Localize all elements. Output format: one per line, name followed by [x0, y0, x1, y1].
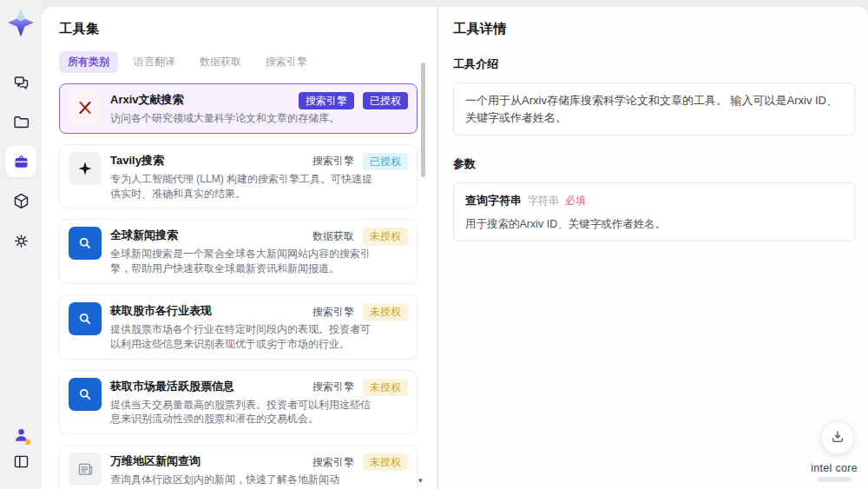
tool-category-badge: 搜索引擎: [312, 154, 354, 169]
detail-title: 工具详情: [453, 21, 855, 37]
sidebar-item-chat[interactable]: [5, 67, 36, 98]
tool-auth-badge: 已授权: [363, 153, 408, 170]
tool-description: 专为人工智能代理 (LLM) 构建的搜索引擎工具。可快速提供实时、准确和真实的结…: [110, 172, 372, 202]
app-logo-icon[interactable]: [8, 7, 34, 38]
avatar-status-dot: [25, 439, 30, 445]
download-button[interactable]: [821, 421, 854, 454]
gear-icon: [12, 232, 30, 250]
category-tab[interactable]: 语言翻译: [125, 51, 184, 73]
param-required-flag: 必填: [565, 193, 586, 208]
tool-auth-badge: 未授权: [363, 379, 408, 396]
params-heading: 参数: [453, 156, 855, 172]
tool-card[interactable]: Arxiv文献搜索 访问各个研究领域大量科学论文和文章的存储库。 搜索引擎 已授…: [59, 83, 418, 134]
tool-description: 查询具体行政区划内的新闻，快速了解各地新闻动: [110, 472, 372, 487]
newspaper-icon: [69, 453, 102, 486]
tool-badges: 搜索引擎 未授权: [312, 379, 408, 396]
tool-description: 提供股票市场各个行业在特定时间段内的表现。投资者可以利用这些信息来识别表现优于或…: [110, 322, 372, 352]
tool-auth-badge: 已授权: [363, 92, 408, 109]
category-tab[interactable]: 所有类别: [59, 51, 118, 73]
param-description: 用于搜索的Arxiv ID、关键字或作者姓名。: [465, 216, 843, 233]
param-card: 查询字符串 字符串 必填 用于搜索的Arxiv ID、关键字或作者姓名。: [453, 182, 855, 241]
page-title: 工具集: [59, 21, 437, 37]
folder-icon: [12, 113, 30, 131]
category-tab[interactable]: 搜索引擎: [257, 51, 316, 73]
sidebar-item-tools[interactable]: [5, 146, 36, 177]
tool-list: Arxiv文献搜索 访问各个研究领域大量科学论文和文章的存储库。 搜索引擎 已授…: [59, 83, 418, 489]
toolbox-icon: [12, 153, 30, 171]
tool-auth-badge: 未授权: [363, 303, 408, 320]
app-window: 工具集 所有类别 语言翻译 数据获取 搜索引擎 Arxiv文献搜索 访问各个研究…: [0, 0, 868, 489]
param-type: 字符串: [528, 193, 559, 208]
tool-detail-panel: 工具详情 工具介绍 一个用于从Arxiv存储库搜索科学论文和文章的工具。 输入可…: [437, 7, 868, 489]
intro-heading: 工具介绍: [453, 56, 855, 72]
category-tab[interactable]: 数据获取: [191, 51, 250, 73]
brand-text: intel core: [811, 462, 858, 474]
tool-auth-badge: 未授权: [363, 453, 408, 471]
sidebar-item-collapse[interactable]: [5, 446, 36, 477]
intro-text-box: 一个用于从Arxiv存储库搜索科学论文和文章的工具。 输入可以是Arxiv ID…: [453, 83, 855, 135]
arxiv-icon: [69, 91, 102, 124]
tool-card[interactable]: 万维地区新闻查询 查询具体行政区划内的新闻，快速了解各地新闻动 搜索引擎 未授权: [59, 445, 418, 489]
category-tabs: 所有类别 语言翻译 数据获取 搜索引擎: [59, 51, 437, 73]
tool-badges: 搜索引擎 已授权: [312, 153, 408, 170]
panel-toggle-icon: [12, 453, 30, 471]
tool-card[interactable]: Tavily搜索 专为人工智能代理 (LLM) 构建的搜索引擎工具。可快速提供实…: [59, 144, 418, 209]
tool-category-badge: 搜索引擎: [299, 92, 354, 109]
tools-panel: 工具集 所有类别 语言翻译 数据获取 搜索引擎 Arxiv文献搜索 访问各个研究…: [42, 7, 437, 489]
magnifier-icon: [69, 302, 102, 335]
param-header: 查询字符串 字符串 必填: [465, 192, 843, 209]
download-icon: [830, 429, 845, 447]
tool-badges: 数据获取 未授权: [312, 228, 408, 245]
tool-category-badge: 搜索引擎: [312, 380, 354, 394]
tool-badges: 搜索引擎 已授权: [299, 92, 408, 109]
sidebar-item-settings[interactable]: [5, 225, 36, 256]
tool-badges: 搜索引擎 未授权: [312, 303, 408, 320]
sidebar-item-plugins[interactable]: [5, 185, 36, 216]
scrollbar-thumb[interactable]: [421, 63, 425, 177]
tool-auth-badge: 未授权: [363, 228, 408, 245]
tool-category-badge: 搜索引擎: [312, 455, 354, 470]
brand-subtext-blur: [818, 477, 851, 482]
intel-core-logo: intel core: [811, 462, 858, 482]
star-icon: [69, 152, 102, 185]
tool-description: 全球新闻搜索是一个聚合全球各大新闻网站内容的搜索引擎，帮助用户快速获取全球最新资…: [110, 247, 372, 276]
tool-card[interactable]: 获取股市各行业表现 提供股票市场各个行业在特定时间段内的表现。投资者可以利用这些…: [59, 294, 418, 360]
magnifier-icon: [69, 227, 102, 260]
tool-category-badge: 数据获取: [312, 229, 354, 244]
sidebar-item-files[interactable]: [5, 106, 36, 137]
main-content: 工具集 所有类别 语言翻译 数据获取 搜索引擎 Arxiv文献搜索 访问各个研究…: [42, 7, 868, 489]
param-name: 查询字符串: [465, 192, 522, 209]
tool-badges: 搜索引擎 未授权: [312, 453, 408, 471]
magnifier-icon: [69, 378, 102, 411]
tool-description: 提供当天交易量最高的股票列表。投资者可以利用这些信息来识别流动性强的股票和潜在的…: [110, 398, 372, 427]
chat-icon: [12, 74, 30, 92]
tool-description: 访问各个研究领域大量科学论文和文章的存储库。: [110, 111, 372, 126]
tool-card[interactable]: 获取市场最活跃股票信息 提供当天交易量最高的股票列表。投资者可以利用这些信息来识…: [59, 370, 418, 435]
tool-category-badge: 搜索引擎: [312, 305, 354, 320]
sidebar: [0, 0, 42, 489]
tool-card[interactable]: 全球新闻搜索 全球新闻搜索是一个聚合全球各大新闻网站内容的搜索引擎，帮助用户快速…: [59, 219, 418, 284]
scroll-down-arrow[interactable]: ▾: [418, 476, 423, 485]
cube-icon: [12, 192, 30, 210]
